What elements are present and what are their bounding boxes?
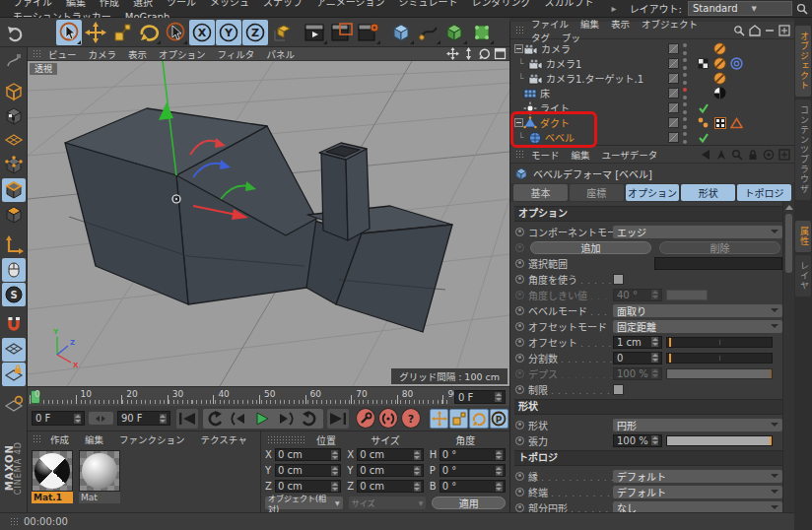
key-circle-icon[interactable] bbox=[515, 291, 524, 299]
key-circle-icon[interactable] bbox=[515, 488, 524, 497]
張力-slider[interactable] bbox=[666, 435, 773, 446]
key-scale-button[interactable] bbox=[449, 409, 468, 429]
workplane-mode-button[interactable] bbox=[2, 129, 26, 153]
layer-toggle-icon[interactable] bbox=[668, 88, 679, 99]
key-circle-icon[interactable] bbox=[515, 322, 524, 331]
slider-handle[interactable] bbox=[669, 354, 671, 363]
panel-grip[interactable] bbox=[33, 434, 40, 444]
edges-mode-button[interactable] bbox=[2, 178, 26, 202]
menu-4[interactable]: ツール bbox=[160, 0, 203, 8]
tag-composition-icon[interactable] bbox=[695, 57, 711, 71]
polygons-mode-button[interactable] bbox=[2, 203, 26, 227]
viewport-menu-2[interactable]: 表示 bbox=[122, 49, 153, 60]
model-mode-button[interactable] bbox=[2, 80, 26, 103]
縁-select[interactable]: デフォルト bbox=[613, 470, 782, 483]
spinner-icon[interactable] bbox=[651, 435, 658, 445]
tag-material-icon[interactable] bbox=[711, 87, 728, 100]
focus-icon[interactable] bbox=[763, 149, 775, 161]
render-settings-button[interactable] bbox=[356, 20, 381, 45]
axis-z-button[interactable]: Z bbox=[242, 20, 268, 45]
new-panel-icon[interactable] bbox=[778, 149, 790, 161]
om-menu-0[interactable]: ファイル bbox=[525, 19, 575, 30]
tag-prohibit-icon[interactable] bbox=[711, 72, 728, 86]
material-Mat.1[interactable]: Mat.1 bbox=[32, 450, 73, 503]
viewport-menu-1[interactable]: カメラ bbox=[83, 49, 123, 60]
vtab-レイヤ[interactable]: レイヤ bbox=[795, 255, 811, 297]
vtab-オブジェクト[interactable]: オブジェクト bbox=[795, 26, 811, 97]
layer-toggle-icon[interactable] bbox=[668, 117, 679, 128]
オフセット-value-field[interactable]: 1 cm bbox=[613, 336, 662, 349]
lock-icon[interactable] bbox=[747, 149, 759, 161]
張力-value-field[interactable]: 100 % bbox=[613, 434, 662, 447]
menu-1[interactable]: 編集 bbox=[59, 0, 93, 8]
range-scrubber[interactable] bbox=[89, 412, 113, 425]
menu-2[interactable]: 作成 bbox=[93, 0, 126, 8]
new-panel-icon[interactable] bbox=[778, 25, 790, 36]
layer-toggle-icon[interactable] bbox=[668, 102, 679, 113]
key-circle-icon[interactable] bbox=[515, 259, 524, 268]
range-start-field[interactable]: 0 F bbox=[32, 411, 85, 426]
rotation-field[interactable]: 0 ° bbox=[440, 464, 506, 477]
key-rotation-button[interactable] bbox=[469, 409, 488, 429]
形状-select[interactable]: 円形 bbox=[613, 419, 782, 431]
object-row-カメラ[interactable]: カメラ bbox=[510, 41, 794, 56]
visibility-dots-icon[interactable] bbox=[683, 88, 689, 99]
mini-slider[interactable] bbox=[666, 290, 708, 300]
slider-handle[interactable] bbox=[669, 338, 671, 347]
menu-0[interactable]: ファイル bbox=[6, 0, 59, 8]
magnet-mode-button[interactable] bbox=[2, 313, 26, 337]
range-end-field[interactable]: 90 F bbox=[117, 411, 170, 426]
viewport-menu-0[interactable]: ビュー bbox=[42, 49, 83, 60]
pick-icon[interactable] bbox=[715, 149, 727, 161]
autokey-help-button[interactable]: ? bbox=[401, 408, 421, 429]
spinner-icon[interactable] bbox=[651, 337, 658, 347]
loop-fwd-button[interactable] bbox=[299, 409, 321, 429]
spinner-icon[interactable] bbox=[651, 353, 658, 363]
spinner-icon[interactable] bbox=[651, 290, 658, 299]
key-circle-icon[interactable] bbox=[515, 385, 524, 394]
search-icon[interactable] bbox=[731, 149, 743, 161]
object-name[interactable]: ライト bbox=[540, 100, 570, 115]
object-name[interactable]: カメラ1 bbox=[546, 56, 581, 71]
pen-spline-button[interactable] bbox=[416, 20, 441, 45]
vtab-属性[interactable]: 属性 bbox=[795, 221, 811, 252]
key-circle-icon[interactable] bbox=[515, 369, 524, 378]
am-menu-2[interactable]: ユーザデータ bbox=[596, 150, 664, 161]
visibility-dots-icon[interactable] bbox=[683, 43, 689, 55]
coord-system-button[interactable] bbox=[269, 20, 295, 45]
visibility-dots-icon[interactable] bbox=[683, 102, 689, 114]
add-deformer-button[interactable] bbox=[469, 20, 495, 45]
undo-button[interactable] bbox=[3, 20, 29, 45]
render-view-button[interactable] bbox=[303, 20, 328, 45]
tag-uvw-icon[interactable] bbox=[711, 116, 728, 130]
scale-button[interactable] bbox=[109, 20, 135, 45]
key-circle-icon[interactable] bbox=[515, 306, 524, 315]
spinner-icon[interactable] bbox=[414, 466, 421, 476]
tag-ngon-icon[interactable] bbox=[728, 116, 745, 130]
viewport-menu-4[interactable]: フィルタ bbox=[212, 49, 261, 60]
last-tool-button[interactable] bbox=[163, 20, 188, 45]
分割数-slider[interactable] bbox=[666, 353, 773, 364]
key-parameter-button[interactable]: P bbox=[490, 409, 508, 429]
spinner-icon[interactable] bbox=[496, 466, 503, 476]
add-generator-button[interactable] bbox=[442, 20, 468, 45]
attribute-scrollbar[interactable] bbox=[782, 202, 794, 530]
next-frame-button[interactable] bbox=[275, 409, 298, 429]
デプス-value-field[interactable]: 100 % bbox=[613, 367, 662, 380]
grid-mode-button[interactable] bbox=[2, 338, 26, 362]
camera-view-label[interactable]: 透視 bbox=[30, 63, 57, 75]
menu-6[interactable]: スナップ bbox=[256, 0, 309, 8]
toggle-view-icon[interactable] bbox=[494, 47, 507, 60]
object-row-ベベル[interactable]: └ベベル bbox=[510, 130, 794, 145]
menu-7[interactable]: アニメーション bbox=[309, 0, 392, 8]
history-back-icon[interactable] bbox=[700, 149, 711, 161]
panel-grip[interactable] bbox=[515, 150, 523, 160]
tag-prohibit-icon[interactable] bbox=[711, 57, 728, 71]
minimize-icon[interactable] bbox=[765, 26, 775, 35]
選択範囲-input[interactable] bbox=[654, 257, 782, 270]
rotate-view-icon[interactable] bbox=[478, 47, 491, 60]
tab-オプション[interactable]: オプション bbox=[626, 184, 680, 201]
panel-grip[interactable] bbox=[33, 49, 40, 59]
menu-3[interactable]: 選択 bbox=[126, 0, 160, 8]
axis-x-button[interactable]: X bbox=[189, 20, 215, 45]
